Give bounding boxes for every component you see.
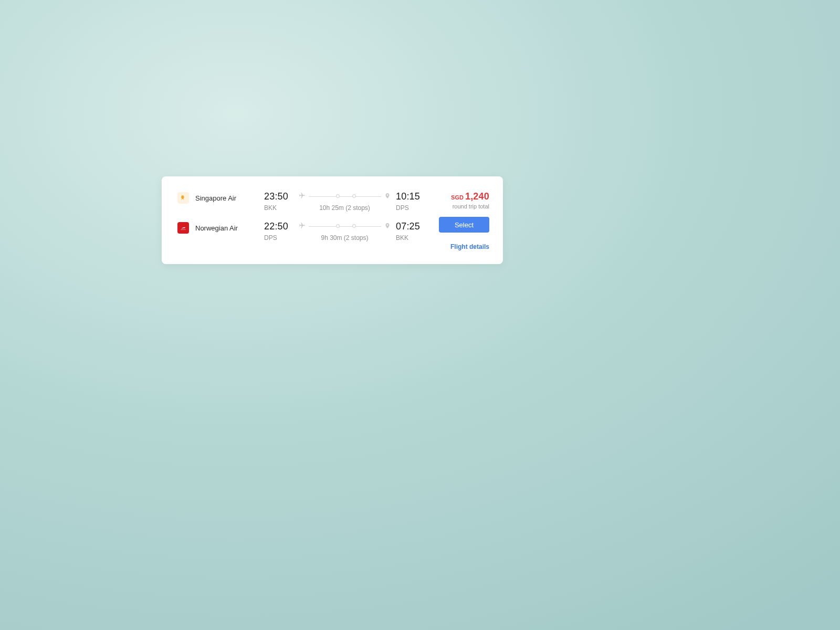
price-display: SGD 1,240 [451, 191, 489, 202]
stop-dot [336, 194, 340, 198]
depart-time: 23:50 [264, 191, 288, 202]
airline-logo-icon [177, 192, 189, 204]
stop-dot [352, 194, 356, 198]
stop-dot [352, 224, 356, 228]
airline-block: Singapore Air [177, 191, 264, 204]
flight-details-link[interactable]: Flight details [450, 243, 489, 250]
route-segment [309, 226, 381, 227]
airline-block: Norwegian Air [177, 221, 264, 234]
legs-container: Singapore Air 23:50 BKK [177, 191, 425, 250]
stop-dot [336, 224, 340, 228]
arrive-col: 07:25 BKK [396, 221, 425, 242]
leg-row: Norwegian Air 22:50 DPS [177, 221, 425, 242]
route-middle: 9h 30m (2 stops) [293, 221, 396, 242]
arrive-time: 07:25 [396, 221, 420, 232]
price-currency: SGD [451, 194, 464, 201]
arrive-code: BKK [396, 234, 408, 242]
price-subtitle: round trip total [453, 203, 489, 209]
airline-name: Norwegian Air [195, 224, 238, 232]
duration-text: 9h 30m (2 stops) [321, 234, 368, 242]
plane-icon [299, 192, 306, 201]
arrive-time: 10:15 [396, 191, 420, 202]
route-line [299, 221, 391, 232]
arrive-col: 10:15 DPS [396, 191, 425, 212]
pin-icon [384, 222, 391, 231]
arrive-code: DPS [396, 204, 409, 212]
depart-col: 22:50 DPS [264, 221, 293, 242]
route-middle: 10h 25m (2 stops) [293, 191, 396, 212]
route-line [299, 191, 391, 202]
depart-code: BKK [264, 204, 277, 212]
plane-icon [299, 222, 306, 231]
price-amount: 1,240 [465, 191, 489, 202]
leg-row: Singapore Air 23:50 BKK [177, 191, 425, 212]
duration-text: 10h 25m (2 stops) [319, 204, 370, 212]
route-segment [309, 196, 381, 197]
depart-col: 23:50 BKK [264, 191, 293, 212]
select-button[interactable]: Select [439, 217, 489, 233]
depart-time: 22:50 [264, 221, 288, 232]
airline-logo-icon [177, 222, 189, 234]
price-side-panel: SGD 1,240 round trip total Select Flight… [438, 191, 489, 250]
depart-code: DPS [264, 234, 277, 242]
airline-name: Singapore Air [195, 194, 236, 202]
flight-result-card: Singapore Air 23:50 BKK [162, 176, 503, 264]
pin-icon [384, 192, 391, 201]
